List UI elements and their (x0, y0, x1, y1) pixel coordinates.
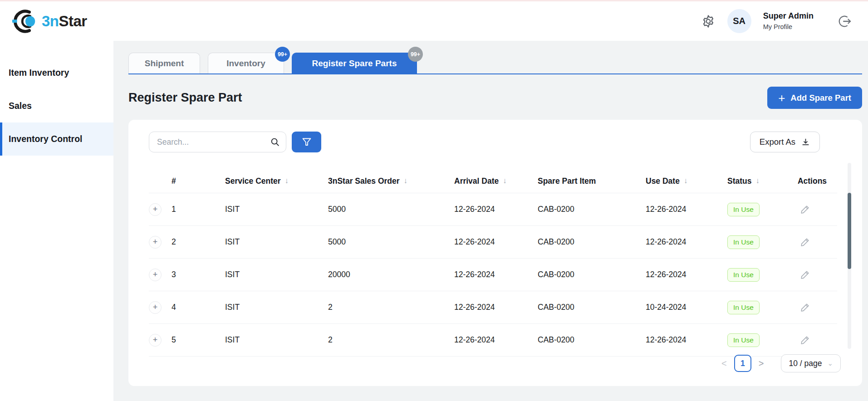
edit-button[interactable] (800, 335, 810, 345)
edit-button[interactable] (800, 269, 810, 280)
app-header: 3nStar SA Super Admin My Profile (0, 1, 868, 41)
cell-sales-order: 2 (328, 303, 454, 312)
table-row: + 1 ISIT 5000 12-26-2024 CAB-0200 12-26-… (149, 193, 837, 226)
prev-page-button[interactable]: < (721, 358, 727, 369)
tab-shipment[interactable]: Shipment (128, 53, 200, 73)
cell-sales-order: 5000 (328, 237, 454, 247)
sort-icon[interactable]: ↓ (503, 176, 507, 186)
page-title: Register Spare Part (128, 91, 242, 105)
logo-mark-icon (12, 10, 38, 33)
sidebar-item-sales[interactable]: Sales (0, 89, 113, 122)
export-as-label: Export As (760, 137, 795, 147)
page-size-select[interactable]: 10 / page ⌄ (781, 354, 841, 372)
col-actions: Actions (787, 176, 837, 186)
expand-row-button[interactable]: + (149, 334, 162, 347)
cell-spare-part-item: CAB-0200 (538, 237, 646, 247)
pagination: < 1 > 10 / page ⌄ (721, 354, 841, 372)
status-badge: In Use (727, 235, 760, 249)
page-size-label: 10 / page (789, 359, 822, 368)
table-scrollbar-thumb[interactable] (848, 193, 851, 269)
expand-row-button[interactable]: + (149, 203, 162, 216)
status-badge: In Use (727, 203, 760, 216)
edit-button[interactable] (800, 204, 810, 215)
download-icon (801, 137, 810, 147)
tab-inventory[interactable]: Inventory 99+ (208, 53, 284, 73)
next-page-button[interactable]: > (759, 358, 764, 369)
pencil-icon (800, 269, 810, 280)
cell-sales-order: 20000 (328, 270, 454, 279)
expand-row-button[interactable]: + (149, 236, 162, 249)
logout-icon (837, 14, 853, 29)
user-profile-link[interactable]: My Profile (763, 23, 814, 31)
cell-spare-part-item: CAB-0200 (538, 205, 646, 214)
settings-button[interactable] (701, 14, 716, 29)
sort-icon[interactable]: ↓ (404, 176, 408, 186)
cell-arrival-date: 12-26-2024 (454, 303, 538, 312)
page-1-button[interactable]: 1 (734, 355, 751, 372)
sort-icon[interactable]: ↓ (285, 176, 289, 186)
cell-number: 2 (172, 237, 225, 247)
tab-inventory-badge: 99+ (275, 47, 290, 62)
cell-use-date: 12-26-2024 (646, 335, 727, 345)
cell-arrival-date: 12-26-2024 (454, 335, 538, 345)
sidebar-item-item-inventory[interactable]: Item Inventory (0, 56, 113, 89)
table-row: + 3 ISIT 20000 12-26-2024 CAB-0200 12-26… (149, 259, 837, 291)
cell-arrival-date: 12-26-2024 (454, 270, 538, 279)
sort-icon[interactable]: ↓ (755, 176, 760, 186)
logo: 3nStar (12, 10, 87, 33)
cell-service-center: ISIT (225, 335, 328, 345)
cell-service-center: ISIT (225, 205, 328, 214)
tab-register-spare-parts[interactable]: Register Spare Parts 99+ (292, 53, 417, 73)
cell-use-date: 10-24-2024 (646, 303, 727, 312)
tab-bar: Shipment Inventory 99+ Register Spare Pa… (128, 53, 862, 74)
export-as-button[interactable]: Export As (750, 132, 820, 152)
pencil-icon (800, 302, 810, 313)
cell-use-date: 12-26-2024 (646, 205, 727, 214)
cell-use-date: 12-26-2024 (646, 270, 727, 279)
col-spare-part-item: Spare Part Item (538, 176, 646, 186)
cell-service-center: ISIT (225, 303, 328, 312)
cell-use-date: 12-26-2024 (646, 237, 727, 247)
col-arrival-date: Arrival Date↓ (454, 176, 538, 186)
tab-inventory-label: Inventory (226, 59, 265, 68)
sidebar-item-inventory-control[interactable]: Inventory Control (0, 122, 113, 156)
col-status: Status↓ (727, 176, 787, 186)
sort-icon[interactable]: ↓ (684, 176, 688, 186)
edit-button[interactable] (800, 237, 810, 247)
pencil-icon (800, 204, 810, 215)
pencil-icon (800, 335, 810, 345)
cell-spare-part-item: CAB-0200 (538, 270, 646, 279)
user-info[interactable]: Super Admin My Profile (763, 11, 814, 31)
col-use-date: Use Date↓ (646, 176, 727, 186)
expand-row-button[interactable]: + (149, 269, 162, 281)
cell-service-center: ISIT (225, 237, 328, 247)
cell-sales-order: 5000 (328, 205, 454, 214)
table-row: + 4 ISIT 2 12-26-2024 CAB-0200 10-24-202… (149, 291, 837, 324)
table-row: + 2 ISIT 5000 12-26-2024 CAB-0200 12-26-… (149, 226, 837, 259)
chevron-right-icon: > (759, 358, 764, 368)
status-badge: In Use (727, 268, 760, 282)
filter-button[interactable] (292, 132, 321, 152)
logout-button[interactable] (837, 14, 853, 29)
edit-button[interactable] (800, 302, 810, 313)
cell-spare-part-item: CAB-0200 (538, 335, 646, 345)
cell-number: 1 (172, 205, 225, 214)
table-row: + 5 ISIT 2 12-26-2024 CAB-0200 12-26-202… (149, 324, 837, 357)
expand-row-button[interactable]: + (149, 301, 162, 314)
col-number: # (172, 176, 225, 186)
table-header-row: # Service Center↓ 3nStar Sales Order↓ Ar… (149, 169, 837, 193)
add-spare-part-button[interactable]: + Add Spare Part (767, 87, 862, 109)
avatar[interactable]: SA (727, 9, 751, 33)
status-badge: In Use (727, 333, 760, 347)
search-icon[interactable] (270, 137, 280, 147)
pencil-icon (800, 237, 810, 247)
cell-arrival-date: 12-26-2024 (454, 237, 538, 247)
col-service-center: Service Center↓ (225, 176, 328, 186)
cell-service-center: ISIT (225, 270, 328, 279)
tab-register-spare-parts-label: Register Spare Parts (312, 59, 397, 68)
tab-shipment-label: Shipment (145, 59, 184, 68)
search-input[interactable] (149, 132, 286, 152)
table-scrollbar-track[interactable] (848, 163, 851, 349)
chevron-left-icon: < (721, 358, 727, 368)
cell-number: 3 (172, 270, 225, 279)
